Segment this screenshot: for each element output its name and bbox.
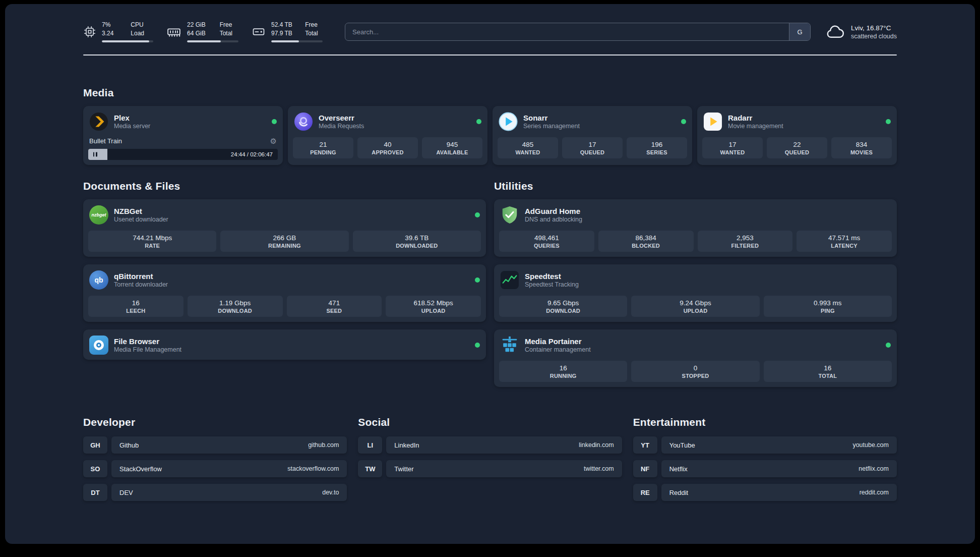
app-title: Overseerr — [319, 114, 364, 122]
stat-tile-running: 16 RUNNING — [499, 361, 627, 382]
plex-icon — [89, 112, 108, 131]
app-card-adguard[interactable]: AdGuard Home DNS and adblocking 498,461 … — [494, 199, 897, 257]
bookmark-dev[interactable]: DT DEV dev.to — [83, 484, 347, 501]
cpu-icon — [83, 25, 96, 38]
ram-label-bottom: Total — [220, 30, 238, 38]
app-card-plex[interactable]: Plex Media server Bullet Train ⚙ 24:44 /… — [83, 106, 283, 165]
adguard-icon — [500, 205, 519, 225]
section-title-developer: Developer — [83, 416, 347, 428]
app-card-portainer[interactable]: Media Portainer Container management 16 … — [494, 329, 897, 387]
dashboard-panel: 7% CPU 3.24 Load 22 GiB — [5, 4, 975, 544]
ram-metric: 22 GiB Free 64 GiB Total — [166, 21, 238, 42]
section-title-utilities: Utilities — [494, 180, 897, 192]
section-utilities: Utilities — [494, 180, 897, 387]
disk-label-top: Free — [305, 21, 323, 29]
app-subtitle: Movie management — [728, 123, 783, 130]
app-card-nzbget[interactable]: nzbget NZBGet Usenet downloader 744.21 M… — [83, 199, 486, 257]
status-dot — [475, 212, 480, 217]
status-dot — [475, 277, 480, 283]
bookmark-name: Reddit — [669, 489, 689, 496]
bookmark-reddit[interactable]: RE Reddit reddit.com — [633, 484, 897, 501]
app-subtitle: Usenet downloader — [114, 216, 168, 223]
app-subtitle: Media File Management — [114, 346, 181, 353]
status-dot — [681, 119, 686, 124]
cpu-label-top: CPU — [131, 21, 153, 29]
app-card-qbittorrent[interactable]: qb qBittorrent Torrent downloader 16 LEE… — [83, 264, 486, 322]
twitter-icon: TW — [358, 460, 382, 477]
app-title: AdGuard Home — [525, 207, 582, 215]
app-subtitle: Container management — [525, 346, 591, 353]
bookmark-name: LinkedIn — [394, 441, 419, 449]
netflix-icon: NF — [633, 460, 657, 477]
stackoverflow-icon: SO — [83, 460, 107, 477]
weather-widget[interactable]: Lviv, 16.87°C scattered clouds — [825, 22, 897, 42]
section-media: Media Plex Media server — [83, 87, 897, 165]
bookmark-name: StackOverflow — [119, 465, 162, 473]
app-card-filebrowser[interactable]: File Browser Media File Management — [83, 329, 486, 360]
bookmark-twitter[interactable]: TW Twitter twitter.com — [358, 460, 622, 477]
disk-usage-bar — [271, 40, 323, 42]
search-engine-button[interactable]: G — [789, 23, 810, 40]
stat-tile-queued: 22 QUEUED — [767, 137, 827, 158]
search-input[interactable] — [345, 23, 789, 40]
stat-tile-queries: 498,461 QUERIES — [499, 231, 594, 252]
app-title: Plex — [114, 114, 150, 122]
app-card-sonarr[interactable]: Sonarr Series management 485 WANTED 17 Q… — [493, 106, 692, 165]
weather-condition: scattered clouds — [851, 33, 897, 40]
bookmark-url: reddit.com — [860, 489, 889, 496]
app-subtitle: Series management — [523, 123, 580, 130]
stat-tile-queued: 17 QUEUED — [562, 137, 623, 158]
app-title: NZBGet — [114, 207, 168, 215]
bookmark-url: netflix.com — [859, 465, 889, 472]
stat-tile-approved: 40 APPROVED — [357, 137, 418, 158]
header-divider — [83, 54, 897, 55]
section-title-media: Media — [83, 87, 897, 99]
stat-tile-download: 1.19 Gbps DOWNLOAD — [188, 296, 283, 317]
bookmark-name: DEV — [119, 489, 133, 496]
bookmark-stackoverflow[interactable]: SO StackOverflow stackoverflow.com — [83, 460, 347, 477]
disk-label-bottom: Total — [305, 30, 323, 38]
bookmark-linkedin[interactable]: LI LinkedIn linkedin.com — [358, 436, 622, 454]
bookmark-name: Github — [119, 441, 139, 449]
disk-icon — [252, 25, 266, 39]
app-title: Speedtest — [525, 272, 579, 281]
cpu-percent: 7% — [102, 21, 122, 29]
app-card-overseerr[interactable]: Overseerr Media Requests 21 PENDING 40 A… — [288, 106, 487, 165]
bookmark-netflix[interactable]: NF Netflix netflix.com — [633, 460, 897, 477]
ram-label-top: Free — [220, 21, 238, 29]
stat-tile-movies: 834 MOVIES — [831, 137, 892, 158]
reddit-icon: RE — [633, 484, 657, 501]
ram-total-value: 64 GiB — [187, 30, 212, 38]
stat-tile-pending: 21 PENDING — [293, 137, 353, 158]
app-title: Media Portainer — [525, 337, 591, 346]
playback-time: 24:44 / 02:06:47 — [231, 151, 273, 157]
disk-metric: 52.4 TB Free 97.9 TB Total — [252, 21, 323, 42]
disk-free-value: 52.4 TB — [271, 21, 297, 29]
app-subtitle: Media Requests — [319, 123, 364, 130]
settings-gear-icon[interactable]: ⚙ — [270, 137, 277, 145]
playback-progress-bar[interactable]: 24:44 / 02:06:47 — [88, 149, 278, 160]
status-dot — [886, 343, 891, 348]
cpu-usage-bar — [102, 40, 153, 42]
stat-tile-upload: 618.52 Mbps UPLOAD — [386, 296, 481, 317]
bookmark-github[interactable]: GH Github github.com — [83, 436, 347, 454]
weather-location: Lviv, 16.87°C — [851, 24, 897, 32]
section-developer: Developer GH Github github.com SO StackO… — [83, 416, 347, 508]
app-title: File Browser — [114, 337, 181, 346]
stat-tile-wanted: 485 WANTED — [498, 137, 558, 158]
disk-total-value: 97.9 TB — [271, 30, 297, 38]
bookmark-name: Netflix — [669, 465, 688, 473]
status-dot — [475, 343, 480, 348]
stat-tile-seed: 471 SEED — [287, 296, 382, 317]
status-dot — [886, 119, 891, 124]
pause-icon[interactable] — [92, 152, 98, 157]
stat-tile-available: 945 AVAILABLE — [422, 137, 482, 158]
app-subtitle: DNS and adblocking — [525, 216, 582, 223]
top-bar: 7% CPU 3.24 Load 22 GiB — [83, 4, 897, 42]
app-card-radarr[interactable]: Radarr Movie management 17 WANTED 22 QUE… — [697, 106, 897, 165]
app-card-speedtest[interactable]: Speedtest Speedtest Tracking 9.65 Gbps D… — [494, 264, 897, 322]
bookmark-youtube[interactable]: YT YouTube youtube.com — [633, 436, 897, 454]
qbittorrent-icon: qb — [89, 270, 108, 290]
section-title-entertainment: Entertainment — [633, 416, 897, 428]
stat-tile-blocked: 86,384 BLOCKED — [598, 231, 694, 252]
